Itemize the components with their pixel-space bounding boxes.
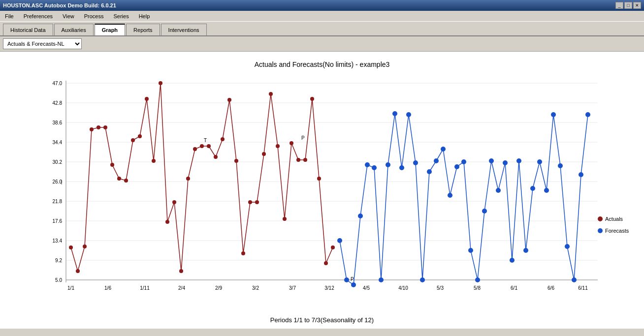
forecast-dot bbox=[558, 163, 563, 168]
annotation-p1: P bbox=[301, 135, 305, 141]
actual-dot bbox=[138, 134, 142, 138]
app-title: HOUSTON.ASC Autobox Demo Build: 6.0.21 bbox=[3, 2, 116, 8]
minimize-button[interactable]: _ bbox=[615, 2, 623, 9]
actual-dot bbox=[159, 81, 162, 85]
menu-process[interactable]: Process bbox=[81, 12, 107, 20]
forecast-dot bbox=[372, 165, 377, 170]
actual-dot bbox=[234, 159, 238, 163]
svg-text:1/1: 1/1 bbox=[67, 285, 74, 291]
svg-text:38.6: 38.6 bbox=[53, 120, 63, 125]
actuals-line bbox=[71, 83, 333, 271]
actual-dot bbox=[97, 125, 100, 129]
tab-auxiliaries[interactable]: Auxiliaries bbox=[54, 24, 94, 35]
actual-dot bbox=[179, 269, 183, 273]
actual-dot bbox=[145, 97, 149, 101]
svg-text:30.2: 30.2 bbox=[53, 159, 63, 165]
actual-dot bbox=[227, 98, 231, 102]
legend-forecasts-icon bbox=[598, 228, 603, 233]
actual-dot bbox=[255, 200, 259, 204]
svg-text:47.0: 47.0 bbox=[53, 81, 63, 86]
forecast-dot bbox=[420, 277, 425, 282]
svg-text:6/1: 6/1 bbox=[511, 285, 517, 291]
menu-file[interactable]: File bbox=[2, 12, 17, 20]
forecast-dot bbox=[344, 277, 349, 282]
svg-text:5/8: 5/8 bbox=[474, 285, 481, 291]
actual-dot bbox=[221, 137, 225, 141]
forecasts-line bbox=[340, 114, 588, 285]
svg-text:4/5: 4/5 bbox=[363, 285, 370, 291]
forecast-dot bbox=[427, 169, 432, 174]
forecast-dot bbox=[406, 112, 411, 117]
forecast-dot bbox=[392, 111, 397, 116]
actual-dot bbox=[296, 158, 300, 162]
forecast-dot bbox=[475, 277, 480, 282]
actual-dot bbox=[69, 245, 73, 249]
maximize-button[interactable]: □ bbox=[624, 2, 632, 9]
tab-interventions[interactable]: Interventions bbox=[161, 24, 207, 35]
forecast-dot bbox=[523, 248, 528, 253]
svg-text:2/9: 2/9 bbox=[215, 285, 222, 291]
actual-dot bbox=[276, 144, 280, 148]
forecast-dot bbox=[544, 188, 549, 193]
actual-dot bbox=[103, 125, 107, 129]
forecast-dot bbox=[565, 244, 570, 249]
forecast-dot bbox=[399, 165, 404, 170]
legend-actuals-label: Actuals bbox=[605, 216, 623, 222]
forecast-dot bbox=[379, 277, 384, 282]
menu-bar: File Preferences View Process Series Hel… bbox=[0, 11, 644, 22]
forecast-dot bbox=[448, 193, 452, 198]
tab-historical-data[interactable]: Historical Data bbox=[3, 24, 53, 35]
forecast-dot bbox=[537, 159, 542, 164]
chart-subtitle: Periods 1/1 to 7/3(Seasonality of 12) bbox=[5, 316, 639, 324]
actual-dot bbox=[193, 147, 197, 151]
svg-text:21.8: 21.8 bbox=[53, 199, 63, 204]
legend-forecasts-label: Forecasts bbox=[605, 228, 629, 234]
forecast-dot bbox=[461, 159, 466, 164]
actual-dot bbox=[214, 155, 218, 159]
menu-preferences[interactable]: Preferences bbox=[21, 12, 56, 20]
chart-type-dropdown[interactable]: Actuals & Forecasts-NL Actuals & Forecas… bbox=[3, 38, 82, 49]
actual-dot bbox=[165, 220, 169, 224]
svg-text:9.2: 9.2 bbox=[55, 258, 62, 263]
chart-container: 47.0 42.8 38.6 34.4 30.2 26.0 21.8 17.6 … bbox=[5, 73, 639, 314]
tab-reports[interactable]: Reports bbox=[126, 24, 160, 35]
menu-view[interactable]: View bbox=[60, 12, 77, 20]
actual-dot bbox=[317, 177, 321, 181]
actual-dot bbox=[241, 251, 245, 255]
actual-dot bbox=[269, 92, 273, 96]
actual-dot bbox=[290, 141, 293, 145]
forecast-dot bbox=[496, 188, 501, 193]
actual-dot bbox=[262, 152, 266, 156]
svg-text:3/7: 3/7 bbox=[289, 285, 296, 291]
svg-text:13.4: 13.4 bbox=[53, 238, 63, 244]
actual-dot bbox=[83, 244, 87, 248]
forecast-dot bbox=[468, 248, 473, 253]
menu-series[interactable]: Series bbox=[110, 12, 131, 20]
actual-dot bbox=[331, 245, 335, 249]
actual-dot bbox=[248, 200, 252, 204]
actual-dot bbox=[200, 144, 204, 148]
menu-help[interactable]: Help bbox=[136, 12, 153, 20]
forecast-dot bbox=[482, 209, 487, 214]
forecast-dot bbox=[441, 147, 446, 152]
title-bar: HOUSTON.ASC Autobox Demo Build: 6.0.21 _… bbox=[0, 0, 644, 11]
window-controls[interactable]: _ □ ✕ bbox=[615, 2, 641, 9]
svg-text:42.8: 42.8 bbox=[53, 100, 63, 106]
actual-dot bbox=[207, 144, 211, 148]
actual-dot bbox=[90, 127, 94, 131]
actual-dot bbox=[110, 163, 114, 167]
actual-dot bbox=[117, 177, 121, 181]
svg-text:2/4: 2/4 bbox=[178, 285, 185, 291]
legend-actuals-icon bbox=[598, 216, 603, 221]
tab-graph[interactable]: Graph bbox=[95, 24, 125, 35]
actual-dot bbox=[152, 159, 156, 163]
actual-dot bbox=[131, 138, 135, 142]
forecast-dot bbox=[489, 158, 494, 163]
close-button[interactable]: ✕ bbox=[633, 2, 641, 9]
actual-dot bbox=[283, 217, 287, 221]
svg-text:3/12: 3/12 bbox=[324, 285, 334, 291]
forecast-dot bbox=[579, 172, 583, 177]
forecast-dot bbox=[510, 258, 515, 263]
actual-dot bbox=[124, 179, 128, 183]
forecast-dot bbox=[551, 112, 556, 117]
